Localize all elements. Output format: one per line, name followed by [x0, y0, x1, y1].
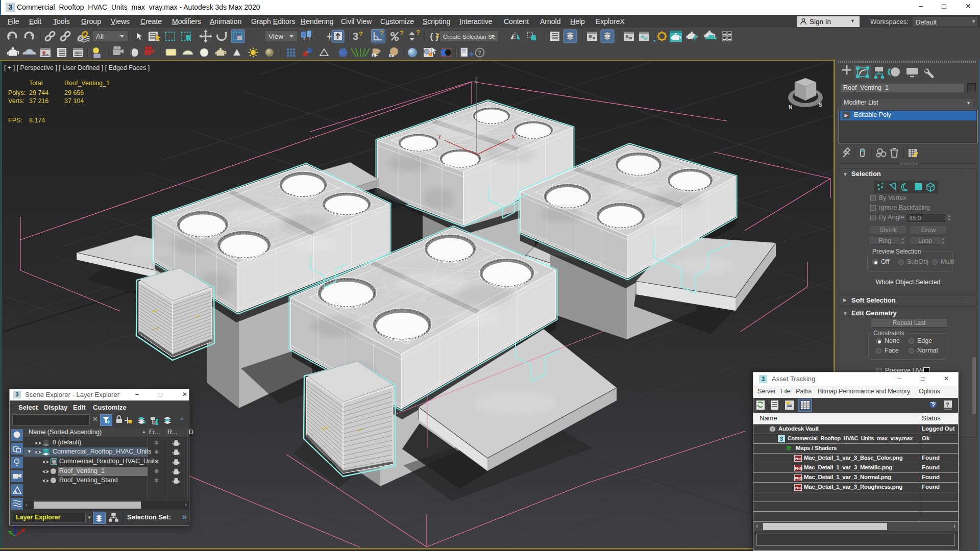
- svg-text:X: X: [511, 134, 515, 140]
- svg-text:?: ?: [416, 29, 420, 36]
- svg-text:Create Selection Se: Create Selection Se: [443, 34, 495, 40]
- svg-text:N: N: [789, 105, 792, 110]
- svg-text:S: S: [819, 102, 822, 108]
- svg-text:?: ?: [478, 49, 481, 57]
- svg-text:Z: Z: [475, 77, 478, 83]
- svg-text:View: View: [268, 33, 283, 40]
- svg-text:All: All: [96, 33, 104, 40]
- svg-text:3: 3: [353, 31, 358, 42]
- svg-text:0x: 0x: [389, 53, 394, 58]
- svg-text:Y: Y: [438, 134, 442, 140]
- svg-text:+: +: [308, 35, 311, 41]
- svg-text:?: ?: [400, 29, 404, 37]
- svg-text:+: +: [303, 36, 306, 42]
- svg-text:?: ?: [932, 402, 935, 408]
- svg-text:»: »: [180, 415, 183, 421]
- svg-text:?: ?: [359, 30, 363, 38]
- svg-text:HF: HF: [372, 53, 378, 58]
- svg-text:?: ?: [946, 402, 949, 408]
- svg-text:?: ?: [380, 29, 384, 37]
